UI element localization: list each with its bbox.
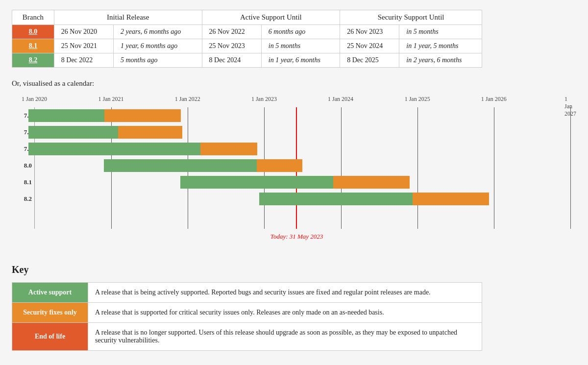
key-title: Key bbox=[12, 264, 576, 275]
gantt-row: 8.0 bbox=[35, 157, 570, 174]
grid-line bbox=[570, 107, 571, 229]
active-date: 26 Nov 2022 bbox=[202, 25, 261, 39]
gantt-row: 7.2 bbox=[35, 107, 570, 124]
col-security: Security Support Until bbox=[340, 10, 482, 25]
active-rel: 6 months ago bbox=[261, 25, 340, 39]
table-row: 8.2 8 Dec 2022 5 months ago 8 Dec 2024 i… bbox=[12, 53, 482, 68]
gantt-row: 8.1 bbox=[35, 174, 570, 191]
gantt-row-label: 8.1 bbox=[12, 178, 32, 186]
bar-security bbox=[200, 143, 257, 155]
active-date: 25 Nov 2023 bbox=[202, 39, 261, 53]
bar-security bbox=[413, 193, 489, 205]
bar-security bbox=[118, 126, 183, 139]
today-label: Today: 31 May 2023 bbox=[270, 233, 323, 241]
security-rel: in 1 year, 5 months bbox=[399, 39, 482, 53]
axis-tick: 1 Jan 2020 bbox=[22, 96, 47, 103]
security-rel: in 5 months bbox=[399, 25, 482, 39]
active-rel: in 5 months bbox=[261, 39, 340, 53]
key-description: A release that is no longer supported. U… bbox=[88, 323, 482, 351]
gantt-area: Today: 31 May 20237.27.37.48.08.18.2 bbox=[34, 107, 570, 229]
bar-active bbox=[104, 159, 257, 172]
branch-cell[interactable]: 8.2 bbox=[12, 53, 54, 68]
key-description: A release that is supported for critical… bbox=[88, 303, 482, 323]
axis-tick: 1 Jan 2022 bbox=[175, 96, 200, 103]
security-date: 25 Nov 2024 bbox=[340, 39, 399, 53]
initial-rel: 2 years, 6 months ago bbox=[113, 25, 202, 39]
axis-tick: 1 Jan 2023 bbox=[251, 96, 277, 103]
key-row: End of life A release that is no longer … bbox=[12, 323, 482, 351]
initial-date: 25 Nov 2021 bbox=[54, 39, 113, 53]
table-row: 8.0 26 Nov 2020 2 years, 6 months ago 26… bbox=[12, 25, 482, 39]
key-label: End of life bbox=[12, 323, 88, 351]
initial-rel: 1 year, 6 months ago bbox=[113, 39, 202, 53]
col-active: Active Support Until bbox=[202, 10, 340, 25]
gantt-chart: 1 Jan 20201 Jan 20211 Jan 20221 Jan 2023… bbox=[12, 96, 570, 229]
key-row: Active support A release that is being a… bbox=[12, 283, 482, 303]
branch-cell[interactable]: 8.0 bbox=[12, 25, 54, 39]
bar-active bbox=[259, 193, 412, 205]
key-description: A release that is being actively support… bbox=[88, 283, 482, 303]
gantt-row: 8.2 bbox=[35, 191, 570, 207]
bar-security bbox=[333, 176, 410, 189]
bar-active bbox=[180, 176, 333, 189]
key-row: Security fixes only A release that is su… bbox=[12, 303, 482, 323]
security-date: 26 Nov 2023 bbox=[340, 25, 399, 39]
gantt-row: 7.3 bbox=[35, 124, 570, 141]
gantt-row-label: 8.2 bbox=[12, 195, 32, 203]
gantt-axis: 1 Jan 20201 Jan 20211 Jan 20221 Jan 2023… bbox=[34, 96, 570, 107]
gantt-row-label: 8.0 bbox=[12, 162, 32, 170]
key-label: Security fixes only bbox=[12, 303, 88, 323]
axis-tick: 1 Jan 2021 bbox=[98, 96, 124, 103]
branch-cell[interactable]: 8.1 bbox=[12, 39, 54, 53]
key-label: Active support bbox=[12, 283, 88, 303]
calendar-label: Or, visualised as a calendar: bbox=[12, 79, 576, 88]
bar-active bbox=[28, 143, 200, 155]
active-date: 8 Dec 2024 bbox=[202, 53, 261, 68]
col-branch: Branch bbox=[12, 10, 54, 25]
security-date: 8 Dec 2025 bbox=[340, 53, 399, 68]
bar-security bbox=[104, 109, 181, 122]
active-rel: in 1 year, 6 months bbox=[261, 53, 340, 68]
bar-active bbox=[28, 109, 104, 122]
col-initial: Initial Release bbox=[54, 10, 202, 25]
key-table: Active support A release that is being a… bbox=[12, 282, 482, 351]
axis-tick: 1 Jan 2024 bbox=[328, 96, 353, 103]
initial-rel: 5 months ago bbox=[113, 53, 202, 68]
initial-date: 26 Nov 2020 bbox=[54, 25, 113, 39]
axis-tick: 1 Jan 2026 bbox=[481, 96, 507, 103]
gantt-row: 7.4 bbox=[35, 141, 570, 157]
bar-security bbox=[257, 159, 302, 172]
table-row: 8.1 25 Nov 2021 1 year, 6 months ago 25 … bbox=[12, 39, 482, 53]
key-section: Key Active support A release that is bei… bbox=[12, 264, 576, 351]
initial-date: 8 Dec 2022 bbox=[54, 53, 113, 68]
security-rel: in 2 years, 6 months bbox=[399, 53, 482, 68]
bar-active bbox=[28, 126, 118, 139]
releases-table: Branch Initial Release Active Support Un… bbox=[12, 10, 482, 68]
axis-tick: 1 Jan 2025 bbox=[405, 96, 430, 103]
